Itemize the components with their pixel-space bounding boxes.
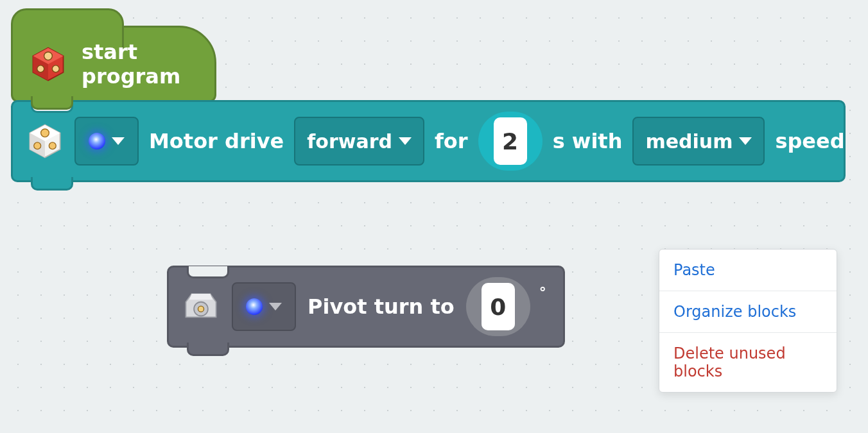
motor-drive-label: Motor drive xyxy=(149,129,284,153)
pivot-turn-block[interactable]: Pivot turn to ° xyxy=(167,266,565,348)
pivot-turn-label: Pivot turn to xyxy=(308,294,455,319)
direction-selected: forward xyxy=(307,130,392,153)
motor-swith-label: s with xyxy=(553,129,623,153)
svg-point-10 xyxy=(34,142,41,149)
pivot-port-dropdown[interactable] xyxy=(232,282,296,331)
seconds-field-wrapper[interactable] xyxy=(478,112,542,171)
motor-speed-label: speed xyxy=(775,129,844,153)
chevron-down-icon xyxy=(399,137,412,145)
motor-cube-icon xyxy=(26,122,64,160)
svg-point-4 xyxy=(37,65,44,72)
svg-point-15 xyxy=(198,306,204,312)
context-delete-unused[interactable]: Delete unused blocks xyxy=(659,333,837,392)
led-icon xyxy=(89,133,105,149)
pivot-module-icon xyxy=(182,287,220,326)
speed-selected: medium xyxy=(645,130,733,153)
motor-port-dropdown[interactable] xyxy=(74,117,139,166)
svg-point-3 xyxy=(44,52,53,60)
context-paste[interactable]: Paste xyxy=(659,250,837,291)
motor-drive-block[interactable]: Motor drive forward for s with medium sp… xyxy=(11,100,846,182)
canvas-context-menu: Paste Organize blocks Delete unused bloc… xyxy=(659,249,837,393)
context-organize-blocks[interactable]: Organize blocks xyxy=(659,291,837,333)
svg-point-11 xyxy=(49,142,56,149)
svg-point-9 xyxy=(41,129,49,137)
chevron-down-icon xyxy=(112,137,125,145)
seconds-input[interactable] xyxy=(494,117,527,165)
speed-dropdown[interactable]: medium xyxy=(632,117,765,166)
motor-for-label: for xyxy=(435,129,468,153)
angle-input[interactable] xyxy=(482,283,515,330)
svg-point-5 xyxy=(52,65,59,72)
angle-field-wrapper[interactable] xyxy=(466,277,530,336)
tinkerbot-cube-icon xyxy=(29,45,67,83)
degree-symbol: ° xyxy=(539,284,546,300)
chevron-down-icon xyxy=(739,137,752,145)
start-program-label: start program xyxy=(82,40,214,89)
chevron-down-icon xyxy=(269,303,282,310)
direction-dropdown[interactable]: forward xyxy=(294,117,424,166)
svg-marker-13 xyxy=(189,294,213,300)
led-icon xyxy=(246,298,263,315)
start-program-block[interactable]: start program xyxy=(11,26,216,103)
